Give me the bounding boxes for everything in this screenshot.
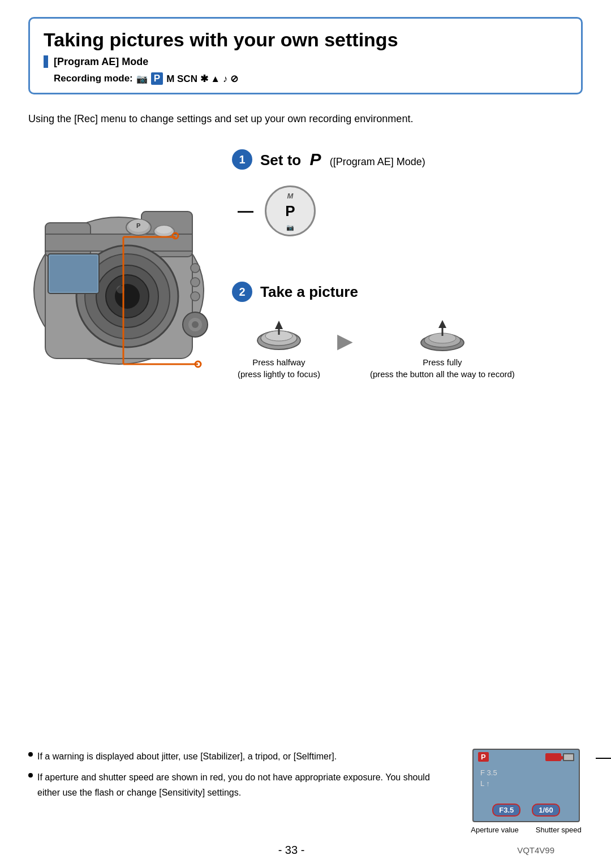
note-item-2: If aperture and shutter speed are shown … [28,770,453,800]
lcd-shutter-value: 1/60 [532,804,560,817]
jitter-line [596,758,611,759]
step-1-block: 1 Set to P ([Program AE] Mode) — M P 📷 [232,149,583,236]
shutter-halfway: Press halfway (press lightly to focus) [238,318,320,380]
step-1-number: 1 [232,149,252,170]
mode-icons-rest: M SCN ✱ ▲ ♪ ⊘ [166,73,238,85]
step-1-subtitle: ([Program AE] Mode) [330,156,425,167]
page-container: Taking pictures with your own settings [… [0,0,611,868]
lcd-screen: P F 3.5 L ↑ F3.5 1/60 [472,749,580,822]
recording-mode-line: Recording mode: 📷 P M SCN ✱ ▲ ♪ ⊘ [54,72,567,85]
step-1-title-prefix: Set to [260,152,301,169]
page-number: - 33 - [278,844,305,857]
mode-dial-circle: M P 📷 [265,185,316,236]
shutter-halfway-icon [253,318,304,352]
svg-rect-12 [50,256,97,292]
main-content: P [28,144,583,412]
bullet-dot-2 [28,773,33,778]
step-1-title: Set to P ([Program AE] Mode) [260,150,425,169]
shutter-fully: Press fully (press the button all the wa… [370,318,515,380]
lcd-card-icon [563,753,574,761]
svg-point-20 [191,292,200,301]
shutter-halfway-caption: Press halfway (press lightly to focus) [238,356,320,380]
lcd-middle: F 3.5 L ↑ [474,764,579,792]
bullet-dot-1 [28,752,33,757]
lcd-num-2: L ↑ [480,779,497,788]
step-2-title: Take a picture [260,283,358,301]
mode-dial-diagram: — M P 📷 [238,185,583,236]
press-fully-label: Press fully [423,357,462,367]
lcd-p-badge: P [478,752,489,762]
press-halfway-label: Press halfway [252,357,305,367]
step-2-header: 2 Take a picture [232,282,583,302]
aperture-label: Aperture value [471,826,519,834]
dial-camera-label: 📷 [286,224,294,231]
dial-m-label: M [287,192,294,200]
press-fully-sub: (press the button all the way to record) [370,369,515,379]
svg-text:P: P [136,222,140,229]
lcd-num-1: F 3.5 [480,768,497,777]
doc-number: VQT4V99 [517,845,554,855]
lcd-numbers: F 3.5 L ↑ [480,768,497,788]
mode-icon-camera: 📷 [136,74,148,84]
shutter-fully-icon [417,318,468,352]
svg-point-23 [192,321,199,328]
intro-text: Using the [Rec] menu to change settings … [28,111,583,127]
svg-marker-32 [275,321,283,329]
dial-p-label: P [285,202,295,220]
step-1-header: 1 Set to P ([Program AE] Mode) [232,149,583,170]
recording-mode-label: Recording mode: [54,73,133,84]
program-ae-label: [Program AE] Mode [44,55,567,68]
shutter-label: Shutter speed [536,826,582,834]
svg-point-18 [191,264,200,273]
shutter-area: Press halfway (press lightly to focus) ▶ [238,318,583,380]
lcd-top-bar: P [474,750,579,764]
svg-marker-37 [438,320,446,328]
lcd-bottom-bar: F3.5 1/60 [474,804,579,817]
steps-area: 1 Set to P ([Program AE] Mode) — M P 📷 [232,144,583,380]
lcd-aperture-value: F3.5 [492,804,520,817]
shutter-fully-caption: Press fully (press the button all the wa… [370,356,515,380]
blue-accent-bar [44,55,48,68]
lcd-preview: P F 3.5 L ↑ F3.5 1/60 [470,749,583,834]
arrow-icon: ▶ [337,329,353,353]
bottom-notes: If a warning is displayed about jitter, … [28,749,583,834]
note-1-text: If a warning is displayed about jitter, … [37,749,337,764]
program-ae-text: [Program AE] Mode [54,56,148,68]
dial-dash: — [238,202,253,220]
svg-point-14 [156,226,172,234]
header-box: Taking pictures with your own settings [… [28,17,583,94]
note-2-text: If aperture and shutter speed are shown … [37,770,453,800]
lcd-battery-icon [545,753,561,761]
step-1-p-letter: P [309,150,321,169]
press-halfway-sub: (press lightly to focus) [238,369,320,379]
page-footer: - 33 - VQT4V99 [0,844,583,857]
camera-illustration: P [28,144,221,409]
notes-text-block: If a warning is displayed about jitter, … [28,749,453,806]
step-2-block: 2 Take a picture [232,282,583,380]
lcd-labels: Aperture value Shutter speed [471,826,582,834]
jitter-annotation: Jitter alertdisplay [596,753,611,775]
camera-area: P [28,144,221,412]
note-item-1: If a warning is displayed about jitter, … [28,749,453,764]
mode-p-badge: P [151,72,163,85]
step-2-number: 2 [232,282,252,302]
lcd-battery-icons [545,753,574,761]
page-title: Taking pictures with your own settings [44,29,567,51]
svg-point-19 [191,278,200,287]
